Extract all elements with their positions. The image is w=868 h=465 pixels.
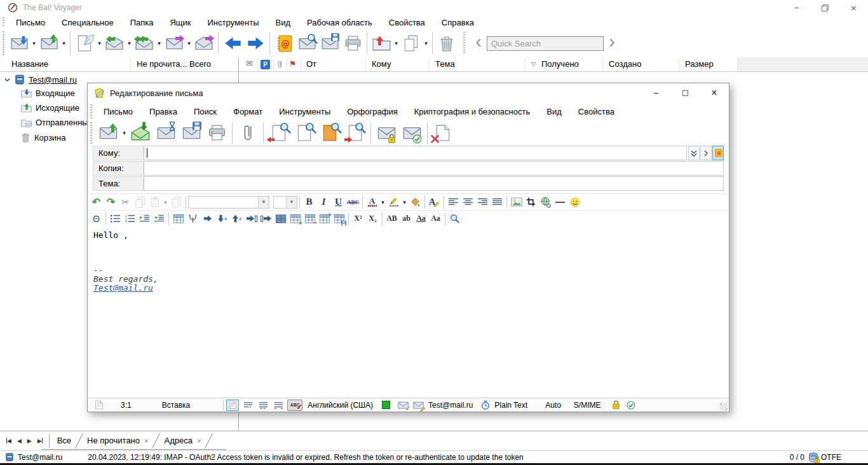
decrease-indent-button[interactable]: [152, 212, 166, 226]
receive-mail-button[interactable]: [8, 33, 31, 53]
increase-indent-button[interactable]: [137, 212, 152, 226]
table-properties-button[interactable]: [332, 212, 346, 226]
font-color-button[interactable]: A: [365, 195, 379, 209]
menu-yashchik[interactable]: Ящик: [161, 18, 199, 27]
sending-account[interactable]: Test@mail.ru: [428, 401, 473, 410]
expand-chevron-icon[interactable]: [4, 76, 11, 83]
align-center-button[interactable]: [461, 195, 475, 209]
timer-icon[interactable]: [479, 399, 492, 411]
toggle-case-button[interactable]: Aa: [414, 212, 428, 226]
search-prev-chevron[interactable]: ‹: [470, 35, 487, 52]
move-to-folder-button[interactable]: [370, 33, 393, 53]
spell-language[interactable]: Английский (США): [308, 401, 373, 410]
next-message-button[interactable]: [244, 33, 267, 53]
insert-emoticon-button[interactable]: [567, 195, 582, 209]
column-flag-icon[interactable]: ⚑: [289, 59, 297, 69]
tab-unread[interactable]: Не прочитано×: [79, 434, 156, 448]
column-size[interactable]: Размер: [685, 59, 714, 69]
account-row[interactable]: Test@mail.ru: [4, 74, 77, 85]
copy-button[interactable]: [133, 195, 147, 209]
folder-outbox[interactable]: Исходящие: [21, 103, 79, 113]
italic-button[interactable]: I: [316, 195, 331, 209]
bullet-list-button[interactable]: [108, 212, 123, 226]
tab-all[interactable]: Все: [50, 434, 79, 448]
encoding-mode[interactable]: Auto: [545, 401, 561, 410]
print-message-button[interactable]: [204, 121, 229, 144]
spell-check-button[interactable]: ABC ✓: [287, 399, 302, 411]
find-next-button[interactable]: [342, 121, 368, 144]
send-later-button[interactable]: [153, 121, 179, 144]
quick-search-input[interactable]: [487, 36, 604, 51]
subject-input[interactable]: [144, 177, 723, 190]
otfe-indicator[interactable]: OTFE: [808, 452, 841, 462]
column-envelope-icon[interactable]: ✉: [246, 59, 253, 68]
cc-input[interactable]: [144, 162, 723, 175]
menu-svoystva[interactable]: Свойства: [381, 18, 433, 27]
font-color-dropdown[interactable]: ▾: [379, 199, 386, 205]
paste-button[interactable]: [147, 195, 162, 209]
column-subject[interactable]: Тема: [435, 59, 455, 69]
envelope-edit-icon[interactable]: [412, 399, 424, 411]
tab-addresses-close-icon[interactable]: ×: [197, 437, 201, 445]
reply-all-button[interactable]: [133, 33, 156, 53]
compose-minimize-button[interactable]: −: [641, 83, 670, 102]
find-previous-button[interactable]: [266, 121, 292, 144]
send-queued-mail-dropdown[interactable]: ▾: [60, 40, 67, 46]
menu-vid[interactable]: Вид: [268, 18, 299, 27]
highlight-search-button[interactable]: [447, 212, 462, 226]
uppercase-button[interactable]: AB: [384, 212, 399, 226]
column-priority-icon[interactable]: P: [261, 60, 270, 69]
insert-column-right-button[interactable]: [259, 212, 273, 226]
copy-message-dropdown[interactable]: ▾: [423, 40, 430, 46]
lowercase-button[interactable]: ab: [399, 212, 414, 226]
column-total[interactable]: Всего: [189, 59, 211, 69]
signature-ok-icon[interactable]: [625, 399, 637, 411]
font-family-dropdown[interactable]: ▼: [258, 197, 269, 208]
resize-grip[interactable]: [720, 403, 728, 410]
cmenu-instrumenty[interactable]: Инструменты: [271, 107, 339, 116]
bold-button[interactable]: B: [302, 195, 316, 209]
menubar-grip[interactable]: [3, 17, 4, 27]
cmenu-poisk[interactable]: Поиск: [186, 107, 225, 116]
compose-close-button[interactable]: ×: [700, 83, 729, 102]
tab-unread-close-icon[interactable]: ×: [144, 437, 148, 445]
menu-spravka[interactable]: Справка: [433, 18, 482, 27]
numbered-list-button[interactable]: [123, 212, 137, 226]
copy-message-button[interactable]: [400, 33, 423, 53]
column-to[interactable]: Кому: [372, 59, 391, 69]
undo-button[interactable]: ↶: [89, 195, 104, 209]
capitalize-button[interactable]: Aa: [428, 212, 443, 226]
insert-cell-button[interactable]: [200, 212, 215, 226]
last-tab-button[interactable]: ▶: [37, 438, 43, 444]
folder-label[interactable]: Отправленные: [36, 118, 93, 127]
account-label[interactable]: Test@mail.ru: [29, 75, 77, 85]
paste-as-quotation-button[interactable]: [169, 195, 184, 209]
menu-rabochaya-oblast[interactable]: Рабочая область: [299, 18, 381, 27]
security-mode[interactable]: S/MIME: [574, 401, 601, 410]
message-body[interactable]: Hello , -- Best regards, Test@mail.ru: [88, 226, 729, 402]
crop-button[interactable]: [524, 195, 538, 209]
font-dialog-button[interactable]: A: [427, 195, 442, 209]
send-now-dropdown[interactable]: ▾: [121, 130, 128, 136]
underline-button[interactable]: U: [331, 195, 346, 209]
new-message-dropdown[interactable]: ▾: [96, 40, 103, 46]
insert-link-button[interactable]: [538, 195, 553, 209]
paste-dropdown[interactable]: ▾: [162, 199, 169, 205]
attach-file-button[interactable]: [235, 121, 261, 144]
statusbar-account[interactable]: Test@mail.ru: [18, 453, 62, 462]
put-in-outbox-button[interactable]: [128, 121, 153, 144]
show-more-button[interactable]: [700, 146, 712, 160]
column-created[interactable]: Создано: [609, 59, 641, 69]
highlight-dropdown[interactable]: ▾: [401, 199, 408, 205]
compose-menubar-grip[interactable]: [90, 104, 92, 118]
paragraph-marks-button[interactable]: Θ: [89, 212, 104, 226]
envelope-check-icon[interactable]: ✓: [397, 399, 409, 411]
restore-button[interactable]: [811, 0, 839, 15]
reply-dropdown[interactable]: ▾: [126, 40, 133, 46]
insert-column-left-button[interactable]: [244, 212, 259, 226]
column-name[interactable]: Название: [11, 59, 48, 69]
first-tab-button[interactable]: ◀: [6, 438, 11, 444]
folder-label[interactable]: Входящие: [36, 88, 75, 98]
folder-label[interactable]: Исходящие: [36, 103, 79, 113]
cmenu-orfografiya[interactable]: Орфография: [339, 107, 405, 116]
